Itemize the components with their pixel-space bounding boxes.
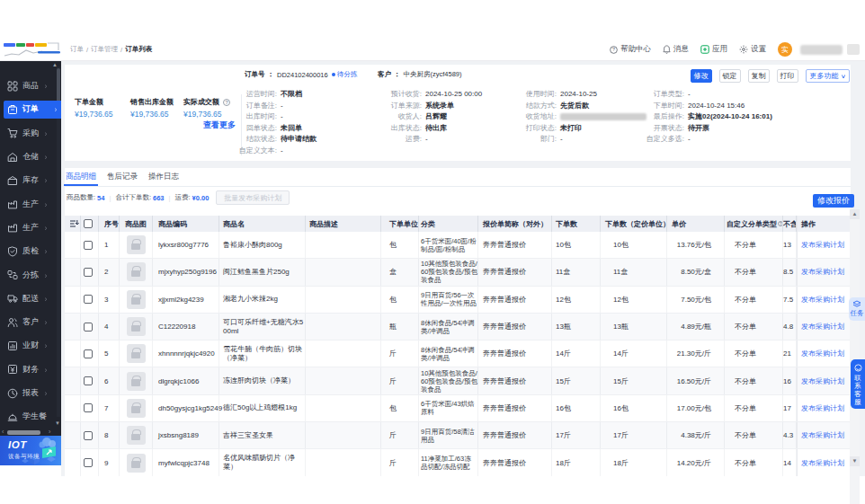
product-category: 9日用百货/56一次性用品/一次性用品 <box>419 287 478 313</box>
unit-price: 16.50元/斤 <box>667 367 725 393</box>
publish-purchase-plan-link[interactable]: 发布采购计划 <box>801 458 844 468</box>
sidebar-item-6[interactable]: 生产› <box>0 195 61 213</box>
task-float-button[interactable]: 任务 <box>849 297 865 321</box>
tab-1[interactable]: 商品明细 <box>66 168 96 186</box>
sidebar-item-15[interactable]: 学生餐 <box>0 408 61 426</box>
lock-button[interactable]: 锁定 <box>719 69 741 83</box>
avatar[interactable]: 实 <box>778 42 792 57</box>
sidebar-hscrollbar-thumb[interactable] <box>7 430 40 435</box>
modify-button[interactable]: 修改 <box>691 69 712 83</box>
table-scroll-down-icon[interactable]: ▼ <box>850 456 860 466</box>
iot-banner[interactable]: IOT 设备与环境 <box>0 436 61 465</box>
col-action: 操作 <box>797 216 851 232</box>
table-header: 序号 商品图 商品编码 商品名 商品描述 下单单位 分类 报价单简称（对外） 下… <box>65 216 851 232</box>
stat-label: 合计下单数: <box>115 193 151 202</box>
batch-publish-button[interactable]: 批量发布采购计划 <box>216 190 290 205</box>
publish-purchase-plan-link[interactable]: 发布采购计划 <box>801 267 844 277</box>
breadcrumb-item[interactable]: 订单 <box>70 45 84 54</box>
product-image-placeholder[interactable] <box>127 317 146 336</box>
row-index: 8 <box>99 422 120 448</box>
meal-icon <box>7 411 18 422</box>
publish-purchase-plan-link[interactable]: 发布采购计划 <box>801 322 844 332</box>
settings-button[interactable]: 设置 <box>739 44 766 55</box>
customer-service-float-button[interactable]: 联系客服 <box>851 359 865 409</box>
sidebar-item-label: 质检 <box>22 245 39 257</box>
row-checkbox[interactable] <box>84 458 93 467</box>
expand-all-icon[interactable] <box>65 216 81 232</box>
product-image-placeholder[interactable] <box>127 454 146 473</box>
quality-icon <box>7 246 18 257</box>
messages-button[interactable]: 消息 <box>663 44 689 55</box>
field-label: 出库时间: <box>205 113 277 120</box>
more-functions-button[interactable]: 更多功能 ∨ <box>806 69 850 83</box>
stat-label: 商品数量: <box>67 193 95 202</box>
publish-purchase-plan-link[interactable]: 发布采购计划 <box>801 240 844 250</box>
svg-text:?: ? <box>612 47 615 52</box>
sidebar: ▲ 商品› 订单› 采购› 仓储› 库存› 生产› 生产› 质检› 分拣› 配送… <box>0 61 61 465</box>
sidebar-item-12[interactable]: 业财› <box>0 337 61 355</box>
field-row: 回单状态: 未回单 <box>205 125 317 132</box>
sidebar-item-5[interactable]: 库存› <box>0 172 61 190</box>
order-qty: 15斤 <box>552 367 601 393</box>
help-icon: ? <box>610 46 618 54</box>
product-image-placeholder[interactable] <box>127 344 146 363</box>
field-label: 最后操作: <box>612 113 684 120</box>
row-checkbox[interactable] <box>84 241 93 250</box>
chevron-right-icon: › <box>45 224 47 232</box>
table-scroll-up-icon[interactable]: ▲ <box>850 209 860 219</box>
row-checkbox[interactable] <box>84 431 93 440</box>
help-center-button[interactable]: ? 帮助中心 <box>610 44 651 55</box>
select-all-checkbox[interactable] <box>84 219 93 228</box>
sidebar-item-9[interactable]: 分拣› <box>0 266 61 284</box>
sidebar-hscroll-right-icon[interactable]: › <box>49 429 50 436</box>
row-checkbox[interactable] <box>84 403 93 412</box>
sidebar-hscroll-left-icon[interactable]: ‹ <box>2 429 4 436</box>
sidebar-item-14[interactable]: 报表› <box>0 385 61 402</box>
sidebar-scroll-down-icon[interactable]: ▼ <box>54 420 61 426</box>
sidebar-item-3[interactable]: 采购› <box>0 124 61 142</box>
copy-button[interactable]: 复制 <box>748 69 770 83</box>
apps-button[interactable]: 应用 <box>700 44 727 55</box>
print-button[interactable]: 打印 <box>777 69 798 83</box>
row-checkbox[interactable] <box>84 295 93 304</box>
goods-icon <box>7 81 18 92</box>
product-code: myfwlcqpjc3748 <box>153 449 219 475</box>
main-content: 订单号 ： DD24102400016 待分拣 客户 ： 中央厨房(zycf45… <box>61 61 865 476</box>
breadcrumb-item[interactable]: 订单管理 <box>91 45 118 54</box>
product-image-placeholder[interactable] <box>127 290 146 309</box>
order-number: DD24102400016 <box>277 71 328 79</box>
stat-value: ¥0.00 <box>192 194 210 202</box>
product-image-placeholder[interactable] <box>127 372 146 391</box>
product-image-placeholder[interactable] <box>127 399 146 418</box>
row-checkbox[interactable] <box>84 268 93 277</box>
row-checkbox[interactable] <box>84 376 93 385</box>
publish-purchase-plan-link[interactable]: 发布采购计划 <box>801 376 844 386</box>
product-image-placeholder[interactable] <box>127 262 146 281</box>
row-expand-cell <box>65 395 81 421</box>
row-checkbox[interactable] <box>84 349 93 358</box>
product-desc <box>306 259 381 285</box>
sidebar-item-13[interactable]: 财务› <box>0 360 61 378</box>
tab-3[interactable]: 操作日志 <box>148 168 179 186</box>
separator: | <box>109 194 111 202</box>
sidebar-item-4[interactable]: 仓储› <box>0 148 61 166</box>
product-image-placeholder[interactable] <box>127 426 146 445</box>
publish-purchase-plan-link[interactable]: 发布采购计划 <box>801 349 844 358</box>
sidebar-item-10[interactable]: 配送› <box>0 289 61 307</box>
sidebar-item-11[interactable]: 客户› <box>0 314 61 332</box>
sidebar-item-2[interactable]: 订单› <box>0 101 61 119</box>
product-image-placeholder[interactable] <box>127 235 146 254</box>
tab-2[interactable]: 售后记录 <box>107 168 138 186</box>
modify-quote-button[interactable]: 修改报价 <box>813 194 854 208</box>
sidebar-item-1[interactable]: 商品› <box>0 77 61 95</box>
sidebar-item-7[interactable]: 生产› <box>0 218 61 236</box>
row-checkbox[interactable] <box>84 323 93 332</box>
publish-purchase-plan-link[interactable]: 发布采购计划 <box>801 403 844 413</box>
field-label: 自定义多选: <box>612 136 684 143</box>
split-type: 不分单 <box>725 259 783 285</box>
order-qty: 12包 <box>552 287 601 313</box>
publish-purchase-plan-link[interactable]: 发布采购计划 <box>801 430 844 440</box>
publish-purchase-plan-link[interactable]: 发布采购计划 <box>801 295 844 305</box>
order-qty: 18斤 <box>552 449 601 475</box>
sidebar-item-8[interactable]: 质检› <box>0 243 61 261</box>
